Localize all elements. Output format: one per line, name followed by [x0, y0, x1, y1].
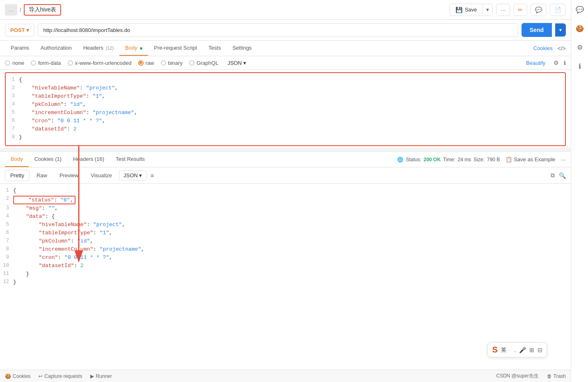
- resp-fmt-preview[interactable]: Preview: [54, 170, 84, 181]
- sidebar-env-icon[interactable]: ⚙: [574, 41, 586, 53]
- body-type-none[interactable]: none: [5, 60, 24, 66]
- ime-toolbar: S 英 · , 🎤 ⊞ ⊟: [487, 342, 547, 357]
- bottom-capture[interactable]: ↩ Capture requests: [39, 373, 82, 379]
- doc-button[interactable]: 📄: [550, 4, 566, 16]
- size-value: 790 B: [487, 157, 500, 162]
- more-button[interactable]: ···: [496, 4, 510, 16]
- response-format-bar: Pretty Raw Preview Visualize JSON ▾ ≡ ⧉ …: [0, 167, 571, 184]
- tab-tests[interactable]: Tests: [203, 41, 227, 56]
- save-btn-group: 💾 Save ▾: [449, 4, 493, 16]
- tab-headers[interactable]: Headers (12): [78, 41, 119, 56]
- runner-icon: ▶: [90, 373, 94, 379]
- response-code-line: 1{: [0, 187, 571, 195]
- resp-wrap-button[interactable]: ≡: [151, 172, 154, 179]
- tab-body[interactable]: Body: [119, 41, 148, 56]
- beautify-button[interactable]: Beautify: [526, 60, 545, 66]
- request-code-line: 8}: [6, 134, 565, 142]
- save-dropdown-button[interactable]: ▾: [483, 4, 492, 15]
- save-icon: 💾: [455, 7, 462, 13]
- response-code-line: 5 "hiveTableName": "project",: [0, 221, 571, 229]
- resp-tab-headers[interactable]: Headers (16): [67, 152, 110, 167]
- ime-logo: S: [492, 345, 497, 355]
- save-button[interactable]: 💾 Save: [450, 4, 483, 16]
- resp-copy-icon[interactable]: ⧉: [551, 172, 555, 179]
- radio-binary: [161, 60, 166, 66]
- tab-params[interactable]: Params: [5, 41, 35, 56]
- ime-punctuation[interactable]: ,: [514, 347, 516, 353]
- response-code-line: 9 "cron": "0 0 11 * * ?",: [0, 254, 571, 262]
- save-example-icon: 📋: [506, 156, 512, 162]
- bottom-cookies[interactable]: 🍪 Cookies: [5, 373, 30, 379]
- tab-prerequest[interactable]: Pre-request Script: [148, 41, 203, 56]
- status-highlight-box: "status": "0",: [13, 196, 76, 204]
- send-button[interactable]: Send: [522, 23, 552, 37]
- resp-tab-body[interactable]: Body: [5, 152, 29, 167]
- tab-authorization[interactable]: Authorization: [35, 41, 78, 56]
- response-code-line: 6 "tableImportType": "1",: [0, 229, 571, 238]
- resp-fmt-pretty[interactable]: Pretty: [5, 170, 30, 181]
- bottom-csdn: CSDN @super先生: [496, 373, 539, 380]
- ime-apps[interactable]: ⊟: [538, 347, 542, 353]
- edit-button[interactable]: ✏: [513, 4, 527, 16]
- resp-json-select[interactable]: JSON ▾: [119, 170, 146, 181]
- ime-lang[interactable]: 英: [501, 346, 506, 354]
- request-body-code[interactable]: 1{2 "hiveTableName": "project",3 "tableI…: [5, 72, 566, 146]
- response-code-line: 3 "msg": "",: [0, 205, 571, 213]
- breadcrumb-prev[interactable]: ...: [5, 4, 17, 16]
- body-type-binary[interactable]: binary: [161, 60, 183, 66]
- request-code-line: 3 "tableImportType": "1",: [6, 93, 565, 101]
- sidebar-info-icon[interactable]: ℹ: [574, 60, 586, 72]
- resp-tab-testresults[interactable]: Test Results: [110, 152, 151, 167]
- resp-tab-cookies[interactable]: Cookies (1): [29, 152, 67, 167]
- code-icon[interactable]: </>: [558, 45, 566, 52]
- ime-grid[interactable]: ⊞: [529, 347, 534, 353]
- radio-graphql: [189, 60, 194, 66]
- resp-fmt-visualize[interactable]: Visualize: [85, 170, 117, 181]
- body-type-raw[interactable]: raw: [138, 60, 154, 66]
- trash-icon: 🗑: [547, 373, 552, 379]
- request-code-line: 1{: [6, 76, 565, 85]
- response-more-button[interactable]: ···: [561, 156, 566, 163]
- request-bar: POST ▾ Send ▾: [0, 20, 571, 41]
- breadcrumb: ... / 导入hive表: [5, 4, 446, 16]
- bottom-bar: 🍪 Cookies ↩ Capture requests ▶ Runner CS…: [0, 370, 571, 382]
- capture-icon: ↩: [39, 373, 43, 379]
- send-dropdown-button[interactable]: ▾: [555, 23, 566, 37]
- sidebar-cookie-icon[interactable]: 🍪: [574, 22, 586, 34]
- cookies-link[interactable]: Cookies: [533, 45, 553, 51]
- url-input[interactable]: [38, 23, 518, 37]
- response-code-line: 2 "status": "0",: [0, 195, 571, 205]
- breadcrumb-separator: /: [20, 7, 21, 13]
- status-badge: 🌐 Status: 200 OK Time: 24 ms Size: 790 B: [397, 157, 500, 162]
- bottom-runner[interactable]: ▶ Runner: [90, 373, 112, 379]
- response-body-code[interactable]: 1{2 "status": "0",3 "msg": "",4 "data": …: [0, 184, 571, 370]
- json-type-select[interactable]: JSON ▾: [227, 60, 246, 66]
- sidebar-comment-icon[interactable]: 💬: [574, 3, 586, 16]
- save-example-button[interactable]: 📋 Save as Example: [506, 156, 555, 162]
- tab-settings[interactable]: Settings: [227, 41, 257, 56]
- response-status-area: 🌐 Status: 200 OK Time: 24 ms Size: 790 B…: [397, 156, 566, 163]
- settings-icon[interactable]: ⚙: [554, 59, 559, 66]
- method-select[interactable]: POST ▾: [5, 24, 34, 37]
- comment-button[interactable]: 💬: [531, 4, 547, 16]
- tab-right: Cookies </>: [533, 45, 566, 52]
- response-code-line: 7 "pkColumn": "id",: [0, 238, 571, 246]
- body-type-graphql[interactable]: GraphQL: [189, 60, 218, 66]
- body-dot: [140, 47, 142, 50]
- request-code-line: 6 "cron": "0 0 11 * * ?",: [6, 117, 565, 126]
- ime-voice[interactable]: 🎤: [519, 347, 526, 353]
- resp-search-icon[interactable]: 🔍: [559, 172, 566, 179]
- bottom-trash[interactable]: 🗑 Trash: [547, 373, 566, 379]
- radio-raw: [138, 60, 144, 66]
- top-actions: 💾 Save ▾ ··· ✏ 💬 📄: [449, 4, 566, 16]
- body-type-formdata[interactable]: form-data: [31, 60, 61, 66]
- resp-right-icons: ⧉ 🔍: [551, 172, 566, 179]
- response-section: Body Cookies (1) Headers (16) Test Resul…: [0, 152, 571, 370]
- breadcrumb-current[interactable]: 导入hive表: [24, 4, 62, 16]
- body-type-urlencoded[interactable]: x-www-form-urlencoded: [68, 60, 132, 66]
- request-tab-bar: Params Authorization Headers (12) Body P…: [0, 41, 571, 56]
- resp-fmt-raw[interactable]: Raw: [31, 170, 53, 181]
- request-code-line: 2 "hiveTableName": "project",: [6, 85, 565, 93]
- response-divider: [0, 149, 571, 152]
- info-icon[interactable]: ℹ: [564, 60, 566, 66]
